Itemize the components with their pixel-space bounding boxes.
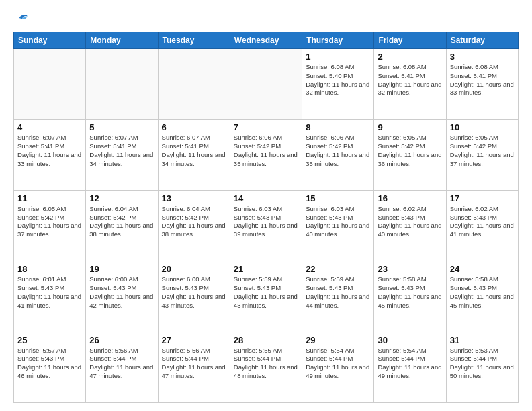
day-number: 14 (234, 193, 298, 203)
day-info: Sunrise: 5:54 AMSunset: 5:44 PMDaylight:… (306, 347, 370, 381)
calendar-day-3: 3Sunrise: 6:08 AMSunset: 5:41 PMDaylight… (446, 49, 518, 120)
calendar-day-16: 16Sunrise: 6:02 AMSunset: 5:43 PMDayligh… (374, 190, 446, 261)
calendar-day-22: 22Sunrise: 5:59 AMSunset: 5:43 PMDayligh… (302, 261, 374, 332)
day-info: Sunrise: 5:58 AMSunset: 5:43 PMDaylight:… (450, 275, 515, 310)
day-info: Sunrise: 6:08 AMSunset: 5:41 PMDaylight:… (378, 63, 442, 97)
day-info: Sunrise: 6:00 AMSunset: 5:43 PMDaylight:… (89, 275, 154, 310)
day-info: Sunrise: 5:59 AMSunset: 5:43 PMDaylight:… (306, 275, 370, 310)
day-info: Sunrise: 6:07 AMSunset: 5:41 PMDaylight:… (89, 134, 154, 168)
day-info: Sunrise: 6:02 AMSunset: 5:43 PMDaylight:… (378, 205, 442, 239)
day-number: 24 (450, 264, 515, 274)
day-number: 19 (89, 264, 154, 274)
day-info: Sunrise: 6:06 AMSunset: 5:42 PMDaylight:… (306, 134, 370, 168)
day-number: 10 (450, 122, 515, 132)
day-number: 15 (306, 193, 370, 203)
calendar-table: SundayMondayTuesdayWednesdayThursdayFrid… (13, 32, 519, 403)
weekday-header-saturday: Saturday (446, 32, 518, 49)
calendar-week-row: 25Sunrise: 5:57 AMSunset: 5:43 PMDayligh… (14, 332, 519, 402)
logo-bird-icon (15, 11, 28, 25)
calendar-week-row: 11Sunrise: 6:05 AMSunset: 5:42 PMDayligh… (14, 190, 519, 261)
day-number: 20 (162, 264, 226, 274)
weekday-header-sunday: Sunday (14, 32, 86, 49)
calendar-day-31: 31Sunrise: 5:53 AMSunset: 5:44 PMDayligh… (446, 332, 518, 402)
calendar-day-23: 23Sunrise: 5:58 AMSunset: 5:43 PMDayligh… (374, 261, 446, 332)
calendar-day-5: 5Sunrise: 6:07 AMSunset: 5:41 PMDaylight… (86, 120, 158, 190)
page: SundayMondayTuesdayWednesdayThursdayFrid… (0, 0, 532, 411)
calendar-day-7: 7Sunrise: 6:06 AMSunset: 5:42 PMDaylight… (230, 120, 302, 190)
day-info: Sunrise: 6:05 AMSunset: 5:42 PMDaylight:… (450, 134, 515, 168)
day-number: 3 (450, 52, 515, 62)
calendar-day-27: 27Sunrise: 5:56 AMSunset: 5:44 PMDayligh… (158, 332, 230, 402)
calendar-day-18: 18Sunrise: 6:01 AMSunset: 5:43 PMDayligh… (14, 261, 86, 332)
calendar-day-17: 17Sunrise: 6:02 AMSunset: 5:43 PMDayligh… (446, 190, 518, 261)
day-info: Sunrise: 6:07 AMSunset: 5:41 PMDaylight:… (17, 134, 82, 168)
day-number: 27 (162, 335, 226, 345)
day-number: 26 (89, 335, 154, 345)
calendar-day-11: 11Sunrise: 6:05 AMSunset: 5:42 PMDayligh… (14, 190, 86, 261)
calendar-empty-cell (158, 49, 230, 120)
calendar-day-1: 1Sunrise: 6:08 AMSunset: 5:40 PMDaylight… (302, 49, 374, 120)
day-number: 28 (234, 335, 298, 345)
calendar-day-19: 19Sunrise: 6:00 AMSunset: 5:43 PMDayligh… (86, 261, 158, 332)
calendar-empty-cell (230, 49, 302, 120)
logo-text (13, 11, 28, 25)
day-info: Sunrise: 6:05 AMSunset: 5:42 PMDaylight:… (17, 205, 82, 239)
day-info: Sunrise: 6:05 AMSunset: 5:42 PMDaylight:… (378, 134, 442, 168)
weekday-header-tuesday: Tuesday (158, 32, 230, 49)
calendar-day-30: 30Sunrise: 5:54 AMSunset: 5:44 PMDayligh… (374, 332, 446, 402)
logo (13, 11, 28, 25)
day-info: Sunrise: 6:03 AMSunset: 5:43 PMDaylight:… (234, 205, 298, 239)
day-number: 16 (378, 193, 442, 203)
calendar-day-24: 24Sunrise: 5:58 AMSunset: 5:43 PMDayligh… (446, 261, 518, 332)
day-info: Sunrise: 6:02 AMSunset: 5:43 PMDaylight:… (450, 205, 515, 239)
day-info: Sunrise: 5:53 AMSunset: 5:44 PMDaylight:… (450, 347, 515, 381)
calendar-week-row: 1Sunrise: 6:08 AMSunset: 5:40 PMDaylight… (14, 49, 519, 120)
day-number: 30 (378, 335, 442, 345)
day-info: Sunrise: 6:06 AMSunset: 5:42 PMDaylight:… (234, 134, 298, 168)
day-info: Sunrise: 5:58 AMSunset: 5:43 PMDaylight:… (378, 275, 442, 310)
calendar-day-26: 26Sunrise: 5:56 AMSunset: 5:44 PMDayligh… (86, 332, 158, 402)
day-info: Sunrise: 5:55 AMSunset: 5:44 PMDaylight:… (234, 347, 298, 381)
calendar-day-4: 4Sunrise: 6:07 AMSunset: 5:41 PMDaylight… (14, 120, 86, 190)
day-info: Sunrise: 6:03 AMSunset: 5:43 PMDaylight:… (306, 205, 370, 239)
day-info: Sunrise: 6:00 AMSunset: 5:43 PMDaylight:… (162, 275, 226, 310)
day-info: Sunrise: 5:59 AMSunset: 5:43 PMDaylight:… (234, 275, 298, 310)
day-number: 17 (450, 193, 515, 203)
day-number: 7 (234, 122, 298, 132)
day-info: Sunrise: 6:04 AMSunset: 5:42 PMDaylight:… (89, 205, 154, 239)
day-number: 8 (306, 122, 370, 132)
day-number: 22 (306, 264, 370, 274)
calendar-empty-cell (14, 49, 86, 120)
calendar-day-12: 12Sunrise: 6:04 AMSunset: 5:42 PMDayligh… (86, 190, 158, 261)
calendar-day-28: 28Sunrise: 5:55 AMSunset: 5:44 PMDayligh… (230, 332, 302, 402)
calendar-week-row: 4Sunrise: 6:07 AMSunset: 5:41 PMDaylight… (14, 120, 519, 190)
day-info: Sunrise: 5:56 AMSunset: 5:44 PMDaylight:… (162, 347, 226, 381)
calendar-day-20: 20Sunrise: 6:00 AMSunset: 5:43 PMDayligh… (158, 261, 230, 332)
day-info: Sunrise: 5:54 AMSunset: 5:44 PMDaylight:… (378, 347, 442, 381)
day-number: 9 (378, 122, 442, 132)
calendar-day-14: 14Sunrise: 6:03 AMSunset: 5:43 PMDayligh… (230, 190, 302, 261)
day-number: 12 (89, 193, 154, 203)
weekday-header-friday: Friday (374, 32, 446, 49)
calendar-day-10: 10Sunrise: 6:05 AMSunset: 5:42 PMDayligh… (446, 120, 518, 190)
day-info: Sunrise: 6:04 AMSunset: 5:42 PMDaylight:… (162, 205, 226, 239)
calendar-day-21: 21Sunrise: 5:59 AMSunset: 5:43 PMDayligh… (230, 261, 302, 332)
day-number: 2 (378, 52, 442, 62)
weekday-header-thursday: Thursday (302, 32, 374, 49)
calendar-day-6: 6Sunrise: 6:07 AMSunset: 5:41 PMDaylight… (158, 120, 230, 190)
day-info: Sunrise: 6:08 AMSunset: 5:40 PMDaylight:… (306, 63, 370, 97)
calendar-day-8: 8Sunrise: 6:06 AMSunset: 5:42 PMDaylight… (302, 120, 374, 190)
calendar-day-9: 9Sunrise: 6:05 AMSunset: 5:42 PMDaylight… (374, 120, 446, 190)
day-number: 21 (234, 264, 298, 274)
day-number: 29 (306, 335, 370, 345)
day-info: Sunrise: 6:07 AMSunset: 5:41 PMDaylight:… (162, 134, 226, 168)
day-info: Sunrise: 6:01 AMSunset: 5:43 PMDaylight:… (17, 275, 82, 310)
calendar-day-13: 13Sunrise: 6:04 AMSunset: 5:42 PMDayligh… (158, 190, 230, 261)
day-number: 4 (17, 122, 82, 132)
weekday-header-monday: Monday (86, 32, 158, 49)
day-number: 31 (450, 335, 515, 345)
day-number: 1 (306, 52, 370, 62)
calendar-day-29: 29Sunrise: 5:54 AMSunset: 5:44 PMDayligh… (302, 332, 374, 402)
day-number: 13 (162, 193, 226, 203)
day-number: 5 (89, 122, 154, 132)
